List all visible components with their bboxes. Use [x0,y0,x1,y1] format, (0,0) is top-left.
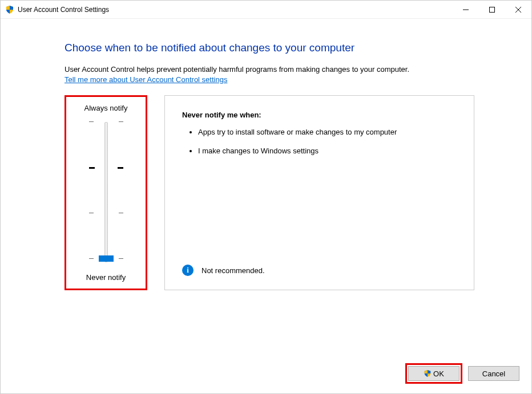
shield-icon [5,5,14,14]
close-button[interactable] [505,1,531,18]
maximize-button[interactable] [479,1,505,18]
slider-panel: Always notify Never notify [65,95,147,290]
slider-thumb[interactable] [99,255,114,262]
info-panel: Never notify me when: Apps try to instal… [164,95,474,290]
ok-highlight: OK [405,363,462,384]
recommendation-text: Not recommended. [201,266,265,275]
minimize-button[interactable] [453,1,479,18]
info-list: Apps try to install software or make cha… [182,127,457,164]
button-row: OK Cancel [405,363,519,384]
notification-slider[interactable] [71,118,141,266]
description-text: User Account Control helps prevent poten… [65,64,474,75]
cancel-label: Cancel [482,369,505,378]
slider-top-label: Always notify [71,104,141,112]
slider-tick [89,167,123,169]
svg-rect-1 [490,7,495,12]
slider-tick [89,121,123,122]
recommendation-row: i Not recommended. [182,265,457,276]
cancel-button[interactable]: Cancel [468,366,519,381]
shield-icon [424,369,432,377]
titlebar: User Account Control Settings [1,1,531,19]
slider-bottom-label: Never notify [71,273,141,282]
window-title: User Account Control Settings [18,6,453,14]
info-icon: i [182,265,194,276]
ok-label: OK [433,369,444,378]
content-area: Choose when to be notified about changes… [1,19,531,302]
window-controls [453,1,531,18]
info-heading: Never notify me when: [182,111,457,119]
info-list-item: I make changes to Windows settings [198,146,457,156]
slider-track [104,122,108,262]
page-heading: Choose when to be notified about changes… [65,42,474,54]
info-list-item: Apps try to install software or make cha… [198,127,457,137]
slider-tick [89,213,123,213]
learn-more-link[interactable]: Tell me more about User Account Control … [65,75,227,84]
ok-button[interactable]: OK [408,366,460,381]
